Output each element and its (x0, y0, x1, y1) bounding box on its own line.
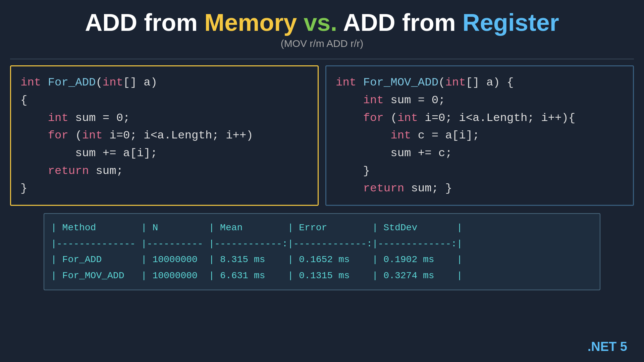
subtitle: (MOV r/m ADD r/r) (0, 38, 644, 49)
code-left: int For_ADD(int[] a) { int sum = 0; for … (20, 74, 308, 197)
benchmark-table-container: | Method | N | Mean | Error | StdDev | |… (44, 213, 600, 290)
benchmark-table: | Method | N | Mean | Error | StdDev | |… (51, 220, 593, 284)
code-box-right: int For_MOV_ADD(int[] a) { int sum = 0; … (325, 65, 634, 206)
net-badge: .NET 5 (588, 340, 627, 354)
title-add-from: ADD from (85, 9, 204, 36)
title-add-from2: ADD from (343, 9, 463, 36)
main-title: ADD from Memory vs. ADD from Register (0, 9, 644, 36)
title-memory: Memory (204, 9, 297, 36)
header: ADD from Memory vs. ADD from Register (M… (0, 0, 644, 53)
divider (10, 59, 634, 59)
title-vs: vs. (297, 9, 343, 36)
code-box-left: int For_ADD(int[] a) { int sum = 0; for … (10, 65, 319, 206)
code-right: int For_MOV_ADD(int[] a) { int sum = 0; … (336, 74, 624, 197)
code-panels: int For_ADD(int[] a) { int sum = 0; for … (7, 65, 637, 206)
title-register: Register (463, 9, 559, 36)
